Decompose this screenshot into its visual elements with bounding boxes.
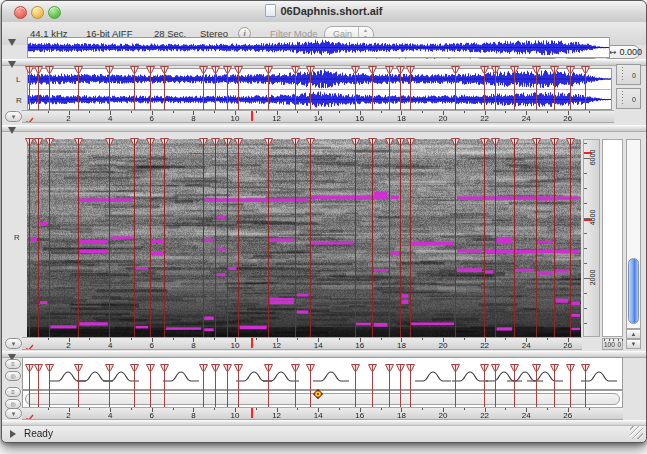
playhead-tick[interactable] — [251, 408, 253, 418]
spectrogram-time-ruler[interactable]: 2468101214161820222426 — [22, 337, 582, 350]
gain-slider-right[interactable]: 0 — [616, 88, 641, 109]
slice-scale-tick — [613, 339, 614, 341]
slice-scale-left-label: 100 — [604, 341, 615, 348]
splitter-overview-waveform[interactable] — [2, 59, 646, 66]
ruler-tick — [131, 338, 132, 340]
channel-right-label: R — [16, 96, 22, 105]
freq-tick-label: 4000 — [589, 210, 596, 226]
freq-tick — [584, 263, 587, 264]
ruler-tick-label: 24 — [522, 411, 531, 420]
frequency-ruler[interactable]: 200040006000 — [583, 139, 600, 337]
document-icon — [265, 4, 276, 17]
spectrogram-disclosure-icon[interactable] — [8, 127, 16, 134]
lane-button-1[interactable]: ≡ — [5, 359, 21, 369]
overview-waveform-canvas[interactable] — [28, 38, 609, 57]
ruler-tick — [381, 338, 382, 340]
spectrum-slice-panel — [602, 139, 623, 337]
ruler-tick-label: 2 — [66, 411, 70, 420]
ruler-tick — [214, 408, 215, 410]
ruler-tick — [48, 111, 49, 113]
overview-disclosure-icon[interactable] — [8, 39, 16, 46]
ruler-tick-label: 4 — [108, 411, 112, 420]
ruler-tick-label: 16 — [355, 411, 364, 420]
lane-buttons: ≡◎≡◎ — [5, 359, 22, 407]
freq-tick — [584, 248, 587, 249]
slice-scale-tick — [618, 339, 619, 341]
waveform-left-canvas[interactable] — [28, 69, 611, 89]
ruler-tick-label: 10 — [231, 114, 240, 123]
ruler-tick — [131, 111, 132, 113]
lane-button-2[interactable]: ◎ — [5, 371, 21, 381]
ruler-tick-label: 12 — [272, 341, 281, 350]
status-disclosure-icon[interactable] — [10, 430, 16, 438]
sequencer-ruler-button[interactable]: ▾ — [5, 408, 22, 419]
ruler-tick-label: 22 — [480, 114, 489, 123]
scrollbar-thumb[interactable] — [628, 258, 639, 324]
splitter-waveform-spectrogram[interactable] — [2, 125, 646, 132]
waveform-time-ruler[interactable]: 2468101214161820222426 — [22, 110, 614, 123]
spectrogram-vertical-scrollbar[interactable] — [626, 139, 641, 329]
treatment-anchor-icon[interactable] — [312, 386, 324, 398]
window-title: 06Daphnis.short.aif — [2, 4, 646, 17]
status-bar: Ready — [2, 425, 646, 442]
ruler-tick — [381, 111, 382, 113]
waveform-right-canvas[interactable] — [28, 90, 611, 109]
spectrogram-canvas[interactable] — [27, 139, 581, 337]
selection-origin-mark — [26, 112, 34, 123]
ruler-tick-label: 26 — [563, 114, 572, 123]
ruler-tick-label: 2 — [66, 114, 70, 123]
resize-grip[interactable] — [630, 426, 643, 439]
ruler-tick-label: 24 — [522, 114, 531, 123]
ruler-tick-label: 16 — [355, 114, 364, 123]
ruler-tick — [464, 408, 465, 410]
ruler-tick — [89, 408, 90, 410]
gain-slider-left[interactable]: 0 — [616, 64, 641, 85]
spectrogram-channel-label: R — [14, 233, 20, 242]
ruler-tick-label: 10 — [231, 341, 240, 350]
ruler-tick-label: 8 — [191, 114, 195, 123]
slice-scale-right-label: 0 — [617, 341, 621, 348]
selection-origin-mark — [26, 409, 34, 420]
ruler-tick-label: 18 — [397, 114, 406, 123]
ruler-tick-label: 26 — [563, 341, 572, 350]
ruler-tick — [381, 408, 382, 410]
ruler-tick-label: 4 — [108, 114, 112, 123]
ruler-tick-label: 14 — [314, 341, 323, 350]
playhead-tick[interactable] — [251, 111, 253, 121]
ruler-tick-label: 6 — [150, 411, 154, 420]
scroll-up-button[interactable]: ▲ — [626, 329, 641, 339]
ruler-tick-label: 12 — [272, 114, 281, 123]
ruler-tick — [547, 338, 548, 340]
ruler-tick-label: 14 — [314, 411, 323, 420]
overview-pane[interactable] — [27, 37, 610, 58]
freq-tick — [584, 308, 587, 309]
scroll-down-button[interactable]: ▼ — [626, 339, 641, 349]
scroll-down-icon: ▼ — [631, 341, 637, 347]
ruler-tick-label: 8 — [191, 341, 195, 350]
waveform-ruler-button[interactable]: ▾ — [5, 111, 22, 122]
sequencer-time-ruler[interactable]: 2468101214161820222426 — [22, 407, 623, 420]
gain-track-icon — [622, 91, 623, 106]
title-bar[interactable]: 06Daphnis.short.aif — [2, 1, 646, 23]
ruler-tick — [464, 111, 465, 113]
freq-tick-label: 2000 — [589, 270, 596, 286]
waveform-pane[interactable] — [27, 68, 612, 110]
playhead-tick[interactable] — [251, 338, 253, 348]
lane-button-3[interactable]: ≡ — [5, 387, 21, 397]
ruler-tick — [422, 408, 423, 410]
ruler-tick — [89, 111, 90, 113]
ruler-tick-label: 26 — [563, 411, 572, 420]
waveform-disclosure-icon[interactable] — [8, 61, 16, 68]
ruler-tick-label: 10 — [231, 411, 240, 420]
slice-scale-tick — [604, 339, 605, 341]
status-text: Ready — [24, 428, 53, 439]
gain-left-value: 0 — [632, 71, 636, 78]
ruler-tick — [422, 338, 423, 340]
freq-tick — [584, 188, 587, 189]
spectrogram-ruler-button[interactable]: ▾ — [5, 338, 22, 349]
ruler-tick-label: 20 — [439, 341, 448, 350]
ruler-tick-label: 2 — [66, 341, 70, 350]
ruler-tick-label: 8 — [191, 411, 195, 420]
ruler-tick — [339, 338, 340, 340]
ruler-tick-label: 6 — [150, 114, 154, 123]
